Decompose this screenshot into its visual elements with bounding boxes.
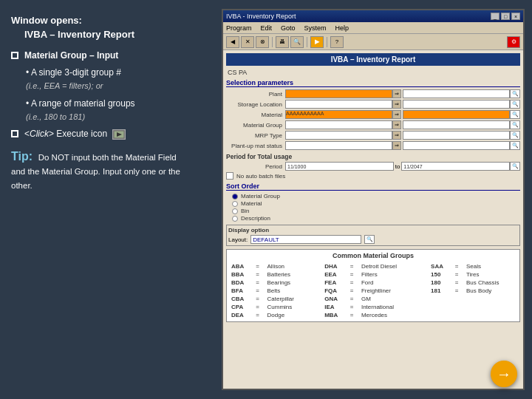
matgroup-label: Material Group [226,122,285,129]
form-row-mrptype: MRP Type ⇒ 🔍 [226,131,520,140]
minimize-button[interactable]: _ [491,13,499,20]
menu-edit[interactable]: Edit [261,24,273,32]
matgroup-match-btn[interactable]: 🔍 [510,120,520,129]
cmg-code1: BBA [229,270,253,279]
cmg-row: BBA = Batteries EEA = Filters 150 = Tire… [229,270,517,279]
cmg-code3: 180 [429,279,453,287]
click-execute-row: <Click> Execute icon [11,129,181,140]
sort-radio-desc: Description [226,215,520,222]
plant-input-2[interactable] [403,89,510,98]
tip-text: Do NOT input both the Material Field and… [11,153,180,191]
cmg-name1: Batteries [265,270,310,279]
menu-goto[interactable]: Goto [281,24,296,32]
form-row-material: Material AAAAAAAAAAA ⇒ 🔍 [226,110,520,119]
cmg-name1: Allison [265,262,310,270]
matgroup-input-2[interactable] [403,120,510,129]
cmg-eq2: = [348,287,359,295]
matgroup-match[interactable]: ⇒ [392,120,401,129]
toolbar-settings[interactable]: ⚙ [507,36,520,48]
cmg-eq3: = [453,262,464,270]
sort-section: Sort Order Material Group Material Bin D… [226,183,520,222]
period-to-input[interactable]: 11/2047 [401,162,510,171]
sub-bullet-single: • A single 3-digit group # [26,65,181,78]
cmg-code1: BFA [229,287,253,295]
plant-match-btn[interactable]: 🔍 [510,89,520,98]
toolbar-print[interactable]: 🖶 [276,36,289,48]
checkbox-row: No auto batch files [226,172,520,180]
cmg-code3 [429,303,453,311]
auto-batch-checkbox[interactable] [226,172,233,180]
sort-radio-matgroup-btn[interactable] [232,194,238,200]
cmg-code1: DEA [229,311,253,319]
form-row-plantstatus: Plant-up mat status ⇒ 🔍 [226,141,520,150]
mrptype-input[interactable] [285,131,392,140]
toolbar-back[interactable]: ◀ [226,36,239,48]
period-match-btn[interactable]: 🔍 [510,162,520,171]
cmg-code3 [429,295,453,303]
plantstatus-match[interactable]: ⇒ [392,141,401,150]
menu-system[interactable]: System [304,24,327,32]
toolbar-exit[interactable]: ✕ [241,36,254,48]
sort-radio-bin-label: Bin [241,208,250,214]
cmg-code3: SAA [429,262,453,270]
mrptype-match-btn[interactable]: 🔍 [510,131,520,140]
material-input-2[interactable] [403,110,510,119]
display-match-btn[interactable]: 🔍 [364,235,375,244]
storage-input-2[interactable] [403,100,510,109]
sort-radio-matgroup: Material Group [226,193,520,200]
left-panel: Window opens: IVBA – Inventory Report Ma… [11,15,181,193]
menu-program[interactable]: Program [226,24,252,32]
toolbar-find[interactable]: 🔍 [290,36,304,48]
plantstatus-input[interactable] [285,141,392,150]
sap-title-bar: IVBA - Inventory Report _ □ × [223,10,523,22]
maximize-button[interactable]: □ [501,13,510,20]
storage-match-btn[interactable]: 🔍 [510,100,520,109]
plantstatus-match-btn[interactable]: 🔍 [510,141,520,150]
mrptype-input-2[interactable] [403,131,510,140]
cmg-eq1: = [253,262,265,270]
sort-radio-material-btn[interactable] [232,201,238,207]
matgroup-input[interactable] [285,120,392,129]
toolbar-cancel[interactable]: ⊗ [256,36,269,48]
cmg-eq2: = [348,262,359,270]
material-match[interactable]: ⇒ [392,110,401,119]
material-match-btn[interactable]: 🔍 [510,110,520,119]
period-from-input[interactable]: 11/1000 [285,162,394,171]
toolbar-execute[interactable]: ▶ [310,36,324,48]
cmg-row: BDA = Bearings FEA = Ford 180 = Bus Chas… [229,279,517,287]
close-button[interactable]: × [511,13,520,20]
storage-input[interactable] [285,100,392,109]
plant-match[interactable]: ⇒ [392,89,401,98]
cmg-row: CBA = Caterpillar GNA = GM [229,295,517,303]
bullet-material-group: Material Group – Input [11,50,181,61]
cmg-eq3 [453,311,464,319]
tip-section: Tip: Do NOT input both the Material Fiel… [11,150,181,193]
display-section: Display option Layout: DEFAULT 🔍 [226,225,520,246]
period-from-label: Period [226,163,285,170]
material-input[interactable]: AAAAAAAAAAA [285,110,392,119]
cmg-code1: BDA [229,279,253,287]
plantstatus-input-2[interactable] [403,141,510,150]
sort-radio-desc-label: Description [241,215,270,222]
sort-radio-bin-btn[interactable] [232,208,238,214]
sub-note-2: (i.e., 180 to 181) [26,112,181,121]
cmg-name2: Filters [359,270,416,279]
cmg-section: Common Material Groups ABA = Allison DHA… [226,249,520,322]
plant-input[interactable] [285,89,392,98]
cmg-name1: Belts [265,287,310,295]
cmg-name1: Caterpillar [265,295,310,303]
sap-window-controls: _ □ × [491,13,520,20]
cmg-eq2: = [348,303,359,311]
sort-radio-desc-btn[interactable] [232,216,238,222]
display-option-title: Display option [228,227,518,233]
display-value[interactable]: DEFAULT [250,235,361,244]
sap-report-header: IVBA – Inventory Report [226,53,520,66]
next-button[interactable]: → [491,361,517,387]
cmg-row: DEA = Dodge MBA = Mercedes [229,311,517,319]
cmg-row: BFA = Belts FQA = Freightliner 181 = Bus… [229,287,517,295]
toolbar-help[interactable]: ? [330,36,344,48]
sub-note-1: (i.e., EEA = filters); or [26,81,181,90]
mrptype-match[interactable]: ⇒ [392,131,401,140]
storage-match[interactable]: ⇒ [392,100,401,109]
menu-help[interactable]: Help [335,24,349,32]
